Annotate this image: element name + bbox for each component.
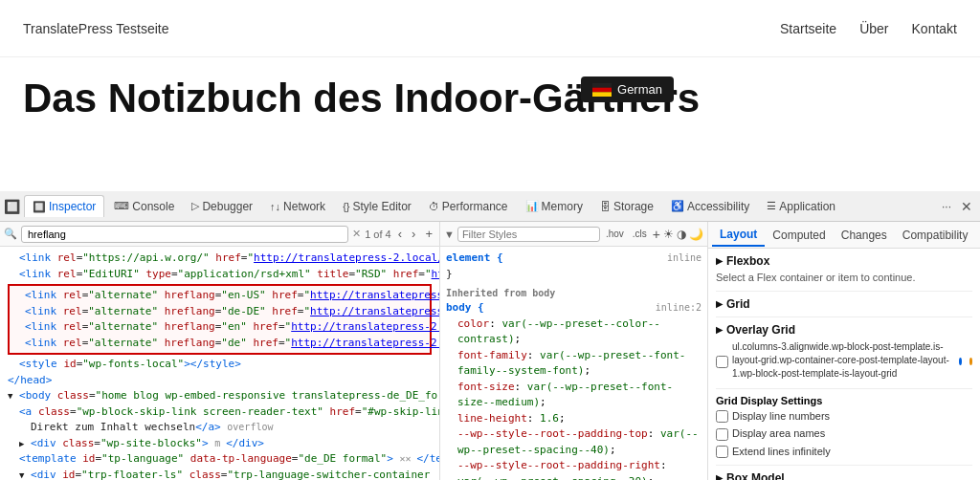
tab-network-label: Network	[283, 200, 325, 213]
css-tool-cls[interactable]: .cls	[630, 228, 650, 240]
flexbox-triangle[interactable]: ▶	[716, 256, 723, 266]
performance-icon: ⏱	[429, 201, 439, 212]
tab-changes[interactable]: Changes	[834, 225, 895, 246]
tab-style-editor[interactable]: {} Style Editor	[335, 196, 419, 217]
display-area-names-checkbox[interactable]	[716, 428, 728, 441]
svg-rect-1	[592, 87, 612, 92]
css-moon-icon[interactable]: 🌙	[689, 228, 703, 241]
overlay-grid-checkbox[interactable]	[716, 356, 728, 368]
css-filter-input[interactable]	[457, 227, 600, 242]
nav-startseite[interactable]: Startseite	[780, 21, 836, 36]
overlay-grid-triangle[interactable]: ▶	[716, 325, 723, 335]
search-next-button[interactable]: ›	[409, 226, 418, 242]
page-heading: Das Notizbuch des Indoor-Gärtners	[23, 76, 957, 120]
flexbox-label: Flexbox	[726, 254, 769, 268]
extend-lines-label: Extend lines infinitely	[732, 445, 831, 459]
css-inline-label: inline	[667, 251, 702, 265]
debugger-icon: ▷	[191, 200, 199, 212]
html-line: ▼ <body class="home blog wp-embed-respon…	[8, 388, 432, 404]
nav-kontakt[interactable]: Kontakt	[912, 21, 957, 36]
nav-uber[interactable]: Über	[859, 21, 888, 36]
tab-storage[interactable]: 🗄 Storage	[592, 196, 661, 217]
html-line: ▼ <div id="trp-floater-ls" class="trp-la…	[8, 468, 432, 481]
css-circle-icon[interactable]: ◑	[677, 228, 686, 241]
css-add-rule-icon[interactable]: +	[653, 227, 660, 242]
css-prop-font-family: font-family: var(--wp--preset--font-fami…	[457, 348, 702, 380]
css-body-inline: inline:2	[656, 300, 702, 315]
overlay-grid-text: ul.columns-3.alignwide.wp-block-post-tem…	[732, 340, 951, 381]
css-body-selector: body {	[446, 301, 484, 314]
display-line-numbers-checkbox[interactable]	[716, 410, 728, 423]
overlay-grid-body: ul.columns-3.alignwide.wp-block-post-tem…	[716, 340, 972, 382]
devtools-body: 🔍 ✕ 1 of 4 ‹ › + <link rel="https://api.…	[0, 222, 980, 480]
tab-compatibility[interactable]: Compatibility	[895, 225, 976, 246]
css-body-props: color: var(--wp--preset--color--contrast…	[446, 316, 702, 481]
css-content: element { inline } Inherited from body b…	[440, 247, 707, 480]
tab-application[interactable]: ☰ Application	[759, 196, 843, 217]
tab-performance[interactable]: ⏱ Performance	[421, 196, 516, 217]
flag-de-icon	[592, 83, 612, 97]
display-area-names-label: Display area names	[732, 426, 825, 441]
devtools-container: 🔲 🔲 Inspector ⌨ Console ▷ Debugger ↑↓ Ne…	[0, 191, 980, 480]
html-line: <link rel="alternate" hreflang="en-US" h…	[13, 288, 426, 304]
css-brace-close: }	[446, 268, 453, 280]
html-content: <link rel="https://api.w.org/" href="htt…	[0, 247, 439, 480]
display-line-numbers-row: Display line numbers	[716, 409, 972, 424]
tab-storage-label: Storage	[613, 200, 654, 213]
devtools-close-icon[interactable]: ✕	[957, 199, 976, 214]
search-input[interactable]	[21, 226, 348, 243]
tab-debugger[interactable]: ▷ Debugger	[184, 196, 260, 217]
accessibility-icon: ♿	[671, 200, 684, 212]
tab-style-editor-label: Style Editor	[352, 200, 411, 213]
css-sun-icon[interactable]: ☀	[663, 228, 674, 241]
extend-lines-checkbox[interactable]	[716, 446, 728, 458]
section-divider3	[716, 388, 972, 389]
layout-content: ▶ Flexbox Select a Flex container or ite…	[708, 249, 980, 480]
svg-rect-2	[592, 92, 612, 97]
section-divider2	[716, 316, 972, 317]
display-line-numbers-label: Display line numbers	[732, 409, 830, 424]
devtools-more-icon[interactable]: ···	[938, 200, 955, 213]
css-prop-line-height: line-height: 1.6;	[457, 411, 702, 427]
storage-icon: 🗄	[600, 201, 611, 212]
css-inherited-label: Inherited from body	[446, 286, 702, 300]
tab-performance-label: Performance	[442, 200, 508, 213]
devtools-toolbar: 🔲 🔲 Inspector ⌨ Console ▷ Debugger ↑↓ Ne…	[0, 191, 980, 222]
console-icon: ⌨	[114, 200, 129, 212]
grid-title: ▶ Grid	[716, 297, 972, 311]
search-count: 1 of 4	[365, 229, 391, 240]
tab-layout[interactable]: Layout	[712, 224, 765, 247]
tab-computed[interactable]: Computed	[765, 225, 833, 246]
css-panel: ▼ .hov .cls + ☀ ◑ 🌙 element { inline } I…	[440, 222, 708, 480]
grid-triangle[interactable]: ▶	[716, 299, 723, 309]
svg-rect-0	[592, 83, 612, 88]
layout-panel: Layout Computed Changes Compatibility F …	[708, 222, 980, 480]
add-node-button[interactable]: +	[422, 226, 435, 242]
html-search-bar: 🔍 ✕ 1 of 4 ‹ › +	[0, 222, 439, 247]
tab-console[interactable]: ⌨ Console	[106, 196, 182, 217]
tab-accessibility-label: Accessibility	[687, 200, 749, 213]
search-close-icon[interactable]: ✕	[352, 228, 361, 240]
search-prev-button[interactable]: ‹	[395, 226, 405, 242]
tab-memory[interactable]: 📊 Memory	[518, 196, 590, 217]
tab-memory-label: Memory	[542, 200, 583, 213]
tab-debugger-label: Debugger	[202, 200, 253, 213]
tab-accessibility[interactable]: ♿ Accessibility	[663, 196, 757, 217]
html-panel: 🔍 ✕ 1 of 4 ‹ › + <link rel="https://api.…	[0, 222, 440, 480]
search-icon: 🔍	[4, 228, 17, 240]
tab-inspector-label: Inspector	[49, 200, 96, 213]
tab-f[interactable]: F	[975, 225, 980, 246]
css-tool-hov[interactable]: .hov	[603, 228, 627, 240]
css-element-block: element { inline }	[446, 251, 702, 282]
tab-network[interactable]: ↑↓ Network	[262, 196, 333, 217]
box-model-label: Box Model	[726, 471, 785, 480]
css-body-block: body { inline:2 color: var(--wp--preset-…	[446, 300, 702, 480]
overlay-grid-title: ▶ Overlay Grid	[716, 323, 972, 337]
main-content: Das Notizbuch des Indoor-Gärtners German	[0, 57, 980, 191]
memory-icon: 📊	[525, 200, 539, 212]
box-model-triangle[interactable]: ▶	[716, 473, 723, 480]
german-badge[interactable]: German	[581, 76, 674, 102]
html-line: </head>	[8, 373, 432, 389]
tab-inspector[interactable]: 🔲 Inspector	[24, 195, 104, 217]
devtools-icon-pick[interactable]: 🔲	[4, 199, 20, 214]
